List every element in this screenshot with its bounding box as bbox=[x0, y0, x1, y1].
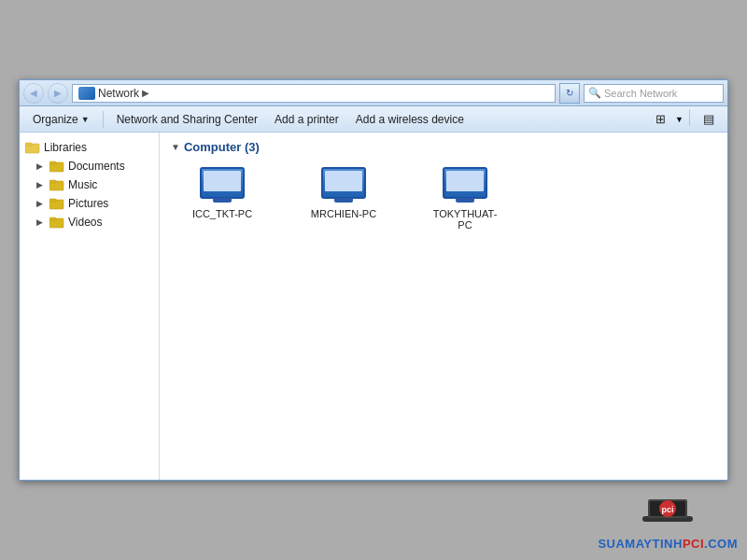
videos-label: Videos bbox=[68, 216, 102, 229]
group-header: ▼ Computer (3) bbox=[171, 140, 716, 154]
sidebar-item-documents[interactable]: ▶ Documents bbox=[20, 157, 159, 175]
sidebar-item-pictures[interactable]: ▶ Pictures bbox=[20, 194, 159, 213]
watermark-text-red: PCI bbox=[683, 537, 704, 551]
back-button[interactable]: ◀ bbox=[23, 83, 44, 104]
pci-logo-icon: pci bbox=[635, 490, 700, 537]
explorer-window: ◀ ▶ Network ▶ ↻ 🔍 Search Network Organiz… bbox=[19, 79, 728, 481]
sidebar-item-libraries[interactable]: Libraries bbox=[20, 138, 159, 157]
address-network-label: Network bbox=[98, 87, 139, 100]
organize-label: Organize bbox=[33, 113, 78, 126]
organize-dropdown-icon: ▼ bbox=[81, 115, 90, 124]
music-label: Music bbox=[68, 178, 97, 191]
svg-rect-5 bbox=[49, 180, 56, 183]
music-expand-icon: ▶ bbox=[36, 180, 46, 189]
svg-rect-9 bbox=[49, 217, 56, 220]
computer-grid: ICC_TKT-PC MRCHIEN-PC bbox=[171, 163, 716, 234]
organize-button[interactable]: Organize ▼ bbox=[25, 109, 97, 130]
toolbar-right: ⊞ ▼ ▤ bbox=[648, 109, 722, 130]
computer-item-mrchien-pc[interactable]: MRCHIEN-PC bbox=[302, 163, 386, 234]
watermark-domain: .COM bbox=[704, 537, 738, 551]
libraries-icon bbox=[25, 141, 40, 154]
svg-rect-1 bbox=[25, 143, 32, 146]
main-area: Libraries ▶ Documents ▶ Music bbox=[20, 133, 727, 480]
network-sharing-center-button[interactable]: Network and Sharing Center bbox=[109, 109, 265, 130]
computer-icon-2 bbox=[321, 167, 366, 204]
watermark: pci SUAMAYTINHPCI.COM bbox=[598, 490, 738, 551]
videos-icon bbox=[49, 216, 64, 229]
add-printer-label: Add a printer bbox=[275, 113, 339, 126]
pictures-label: Pictures bbox=[68, 197, 108, 210]
group-header-label: Computer (3) bbox=[184, 140, 260, 154]
pictures-expand-icon: ▶ bbox=[36, 199, 46, 208]
music-icon bbox=[49, 178, 64, 191]
sidebar-item-videos[interactable]: ▶ Videos bbox=[20, 213, 159, 231]
view-dropdown-icon: ▼ bbox=[675, 115, 684, 124]
preview-pane-button[interactable]: ▤ bbox=[696, 109, 722, 130]
svg-rect-3 bbox=[49, 161, 56, 164]
videos-expand-icon: ▶ bbox=[36, 217, 46, 227]
toolbar-separator-1 bbox=[103, 111, 104, 128]
desktop-background: ◀ ▶ Network ▶ ↻ 🔍 Search Network Organiz… bbox=[0, 0, 747, 560]
network-sharing-label: Network and Sharing Center bbox=[117, 113, 258, 126]
search-box[interactable]: 🔍 Search Network bbox=[584, 84, 724, 103]
documents-expand-icon: ▶ bbox=[36, 161, 46, 171]
content-area: ▼ Computer (3) ICC_TKT-PC bbox=[160, 133, 727, 480]
add-printer-button[interactable]: Add a printer bbox=[267, 109, 346, 130]
toolbar: Organize ▼ Network and Sharing Center Ad… bbox=[20, 106, 727, 133]
computer-label-1: ICC_TKT-PC bbox=[192, 208, 252, 219]
libraries-label: Libraries bbox=[44, 141, 87, 154]
documents-icon bbox=[49, 160, 64, 173]
toolbar-separator-2 bbox=[689, 109, 690, 126]
sidebar-item-music[interactable]: ▶ Music bbox=[20, 175, 159, 194]
documents-label: Documents bbox=[68, 160, 125, 173]
computer-item-icc-tkt-pc[interactable]: ICC_TKT-PC bbox=[180, 163, 264, 234]
watermark-text: SUAMAYTINHPCI.COM bbox=[598, 537, 738, 551]
search-icon: 🔍 bbox=[588, 87, 601, 99]
add-wireless-label: Add a wireless device bbox=[356, 113, 464, 126]
computer-label-2: MRCHIEN-PC bbox=[311, 208, 376, 219]
pictures-icon bbox=[49, 197, 64, 210]
svg-text:pci: pci bbox=[662, 505, 674, 514]
forward-button[interactable]: ▶ bbox=[48, 83, 68, 104]
refresh-button[interactable]: ↻ bbox=[559, 83, 580, 104]
add-wireless-device-button[interactable]: Add a wireless device bbox=[348, 109, 472, 130]
address-input[interactable]: Network ▶ bbox=[72, 84, 556, 103]
computer-label-3: TOKYTHUAT-PC bbox=[427, 208, 503, 231]
svg-rect-7 bbox=[49, 199, 56, 202]
sidebar: Libraries ▶ Documents ▶ Music bbox=[20, 133, 160, 480]
address-bar: ◀ ▶ Network ▶ ↻ 🔍 Search Network bbox=[20, 80, 727, 106]
network-icon: Network ▶ bbox=[78, 87, 149, 100]
computer-item-tokythuat-pc[interactable]: TOKYTHUAT-PC bbox=[423, 163, 507, 234]
computer-icon-1 bbox=[200, 167, 245, 204]
group-collapse-icon: ▼ bbox=[171, 142, 180, 152]
view-button[interactable]: ⊞ bbox=[648, 109, 673, 130]
watermark-text-blue: SUAMAYTINH bbox=[598, 537, 682, 551]
computer-icon-3 bbox=[443, 167, 487, 204]
search-placeholder: Search Network bbox=[604, 88, 677, 99]
